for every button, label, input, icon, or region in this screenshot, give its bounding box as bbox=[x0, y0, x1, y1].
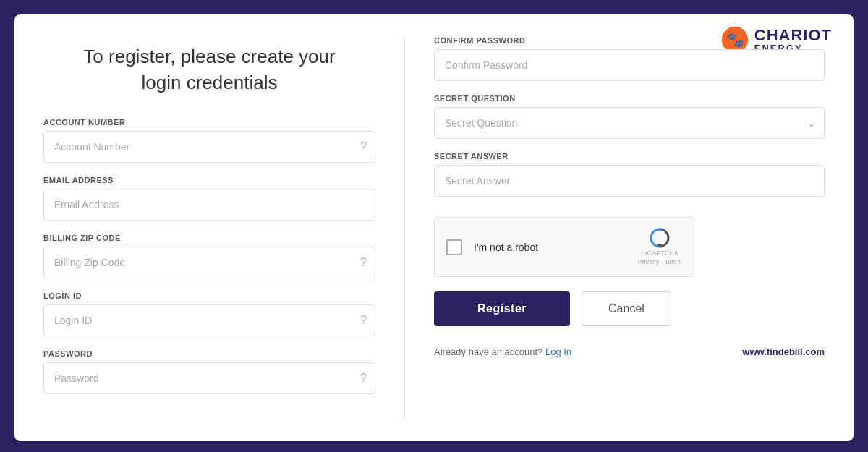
email-wrapper bbox=[43, 189, 375, 221]
billing-zip-wrapper: ? bbox=[43, 247, 375, 278]
secret-question-field-group: SECRET QUESTION Secret Question What is … bbox=[434, 94, 825, 139]
confirm-password-wrapper bbox=[434, 49, 825, 81]
svg-text:🐾: 🐾 bbox=[726, 31, 744, 48]
billing-zip-input[interactable] bbox=[43, 247, 375, 278]
recaptcha-brand-text: reCAPTCHA Privacy · Terms bbox=[638, 250, 682, 266]
secret-question-label: SECRET QUESTION bbox=[434, 94, 825, 103]
login-id-input[interactable] bbox=[43, 304, 375, 336]
password-field-group: PASSWORD ? bbox=[43, 349, 375, 394]
secret-answer-wrapper bbox=[434, 165, 825, 197]
left-form-column: To register, please create your login cr… bbox=[43, 36, 405, 419]
billing-zip-field-group: BILLING ZIP CODE ? bbox=[43, 234, 375, 278]
account-number-field-group: ACCOUNT NUMBER ? bbox=[43, 118, 375, 163]
password-label: PASSWORD bbox=[43, 349, 375, 358]
login-id-wrapper: ? bbox=[43, 304, 375, 336]
confirm-password-input[interactable] bbox=[434, 49, 825, 81]
email-field-group: EMAIL ADDRESS bbox=[43, 176, 375, 221]
account-number-label: ACCOUNT NUMBER bbox=[43, 118, 375, 127]
findebill-link[interactable]: www.findebill.com bbox=[742, 346, 825, 357]
recaptcha-label: I'm not a robot bbox=[474, 242, 626, 253]
registration-card: 🐾 CHARIOT ENERGY To register, please cre… bbox=[14, 14, 854, 441]
billing-zip-label: BILLING ZIP CODE bbox=[43, 234, 375, 242]
footer-row: Already have an account? Log In www.find… bbox=[434, 346, 825, 357]
account-number-input[interactable] bbox=[43, 131, 375, 163]
secret-question-wrapper: Secret Question What is your mother's ma… bbox=[434, 107, 825, 139]
brand-chariot: CHARIOT bbox=[754, 27, 832, 43]
secret-answer-input[interactable] bbox=[434, 165, 825, 197]
login-id-label: LOGIN ID bbox=[43, 291, 375, 300]
secret-answer-field-group: SECRET ANSWER bbox=[434, 152, 825, 197]
email-input[interactable] bbox=[43, 189, 375, 221]
email-label: EMAIL ADDRESS bbox=[43, 176, 375, 184]
account-number-wrapper: ? bbox=[43, 131, 375, 163]
secret-question-select[interactable]: Secret Question What is your mother's ma… bbox=[434, 107, 825, 139]
password-input[interactable] bbox=[43, 362, 375, 394]
register-button[interactable]: Register bbox=[434, 291, 570, 326]
right-form-column: CONFIRM PASSWORD SECRET QUESTION Secret … bbox=[405, 36, 825, 419]
password-wrapper: ? bbox=[43, 362, 375, 394]
cancel-button[interactable]: Cancel bbox=[582, 291, 671, 326]
recaptcha-logo: reCAPTCHA Privacy · Terms bbox=[638, 228, 682, 266]
recaptcha-widget[interactable]: I'm not a robot reCAPTCHA Privacy · Term… bbox=[434, 217, 694, 277]
form-actions: Register Cancel bbox=[434, 291, 825, 326]
recaptcha-icon bbox=[648, 228, 671, 248]
secret-answer-label: SECRET ANSWER bbox=[434, 152, 825, 161]
login-id-field-group: LOGIN ID ? bbox=[43, 291, 375, 336]
page-heading: To register, please create your login cr… bbox=[43, 43, 375, 96]
login-link[interactable]: Log In bbox=[545, 346, 571, 357]
recaptcha-checkbox[interactable] bbox=[446, 239, 462, 255]
already-have-account-text: Already have an account? Log In bbox=[434, 346, 571, 357]
